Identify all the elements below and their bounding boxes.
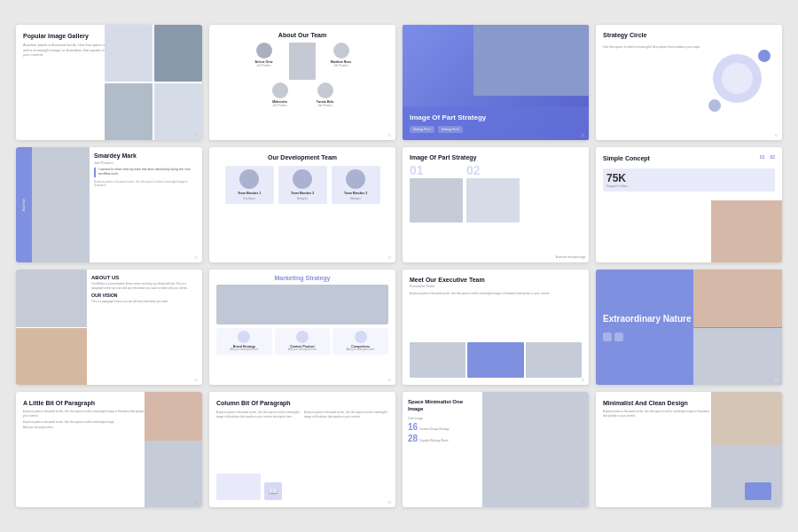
gallery-img-1 [105,25,153,82]
slide-16-body: A picture paints a thousand words. Use t… [603,410,714,418]
avatar-3 [272,82,288,98]
slide-10-photo [216,285,388,325]
slide-13-body3: Add your description here. [23,426,147,430]
strategy-item-2: Strategy Part 2 [438,126,463,133]
dev-member-3: Team Member 3 Manager [332,166,380,204]
slide-16-page: 44 [775,501,778,505]
slide-15-content: Space Minimalist One Image One Image 16 … [403,392,482,507]
circle-dot-2 [708,99,721,112]
slide-9-photos [16,270,87,385]
big-circle [713,54,762,103]
slide-9-photo-1 [16,270,87,327]
slide-12-page: 34 [775,379,778,382]
slide-3-photo [473,25,589,96]
slide-9-page: 31 [195,379,198,382]
strategy-icon-2 [296,331,309,343]
slide-13-photo-top [145,392,202,441]
slide-5-page: 21 [195,256,198,260]
slide-12: Extraordinary Nature 34 [596,270,782,385]
slide-15-stat2-num: 28 [408,434,418,443]
exec-photo-2 [467,342,523,378]
slide-12-icon-1 [603,332,612,341]
slide-1-title: Popular Image Gallery [23,32,112,40]
slide-12-icon-2 [614,332,623,341]
team-member-3: Mahendra Job Position [260,82,300,107]
team-member-2: Matthew Ross Job Position [321,43,361,67]
slide-14-accent [216,473,261,500]
slide-9-content: ABOUT US FundSlides is a presentation th… [87,270,202,385]
slide-3-title: Image Of Part Strategy [410,113,582,122]
slide-4-title: Strategy Circle [603,32,775,38]
slide-9-body: FundSlides is a presentation theme where… [91,282,198,290]
slide-15-stat2: 28 Capable Working Words [408,434,477,443]
strategy-icon-3 [355,331,367,343]
dev-name-3: Team Member 3 [344,192,367,195]
slide-8-steps: 01 02 [760,154,775,160]
strategy-card-text-3: Add your description here [347,348,375,352]
slide-15-one-image: One Image [408,417,477,420]
slide-14: Column Bit Of Paragraph A picture paints… [209,392,395,507]
slide-5: Best Team Smardey Mark Job Position I wa… [16,147,202,262]
slide-14-col2: A picture paints a thousand words. Use t… [304,411,388,419]
slide-13-photos [145,392,202,507]
slide-5-name: Smardey Mark [94,153,198,159]
slide-15: Space Minimalist One Image One Image 16 … [403,392,589,507]
slide-7-img-2 [466,178,520,223]
inner-circle [722,63,753,94]
slide-9-photo-2 [16,328,87,386]
team-role-3: Job Position [272,104,286,107]
dev-text-3: Manager [350,197,361,200]
dev-avatar-2 [293,169,312,189]
slide-6-page: 22 [388,256,391,260]
slide-10-title-accent: Strategy [306,275,331,281]
dev-name-1: Team Member 1 [238,192,261,195]
slide-5-photo [32,147,90,262]
exec-photo-3 [526,342,582,378]
slide-3-items: Strategy Part 1 Strategy Part 2 [410,126,582,133]
slide-7-content: 01 02 [410,164,582,223]
slide-11-photos [410,342,582,378]
slide-5-bar: Best Team [16,147,32,262]
slide-6-team-row: Team Member 1 Developer Team Member 2 De… [225,166,380,204]
slide-5-role: Job Position [94,160,198,165]
slide-14-cols: A picture paints a thousand words. Use t… [216,411,388,419]
slide-10-title-plain: Marketing [274,275,303,281]
slides-grid: Popular Image Gallery A picture paints a… [2,11,796,521]
slide-8-stat-num: 75K [606,172,771,184]
slide-1-page: 11 [195,134,198,137]
slide-16: Minimalist And Clean Design A picture pa… [596,392,782,507]
strategy-card-text-2: Add your description here [288,348,317,352]
slide-2-title: About Our Team [278,32,326,38]
slide-8-photo [711,200,782,262]
slide-16-content: Minimalist And Clean Design A picture pa… [603,399,714,418]
slide-4-page: 14 [775,134,778,137]
gallery-img-4 [154,83,202,140]
slide-8-header: Simple Concept 01 02 [603,154,775,162]
avatar-2 [333,43,349,59]
slide-11-title: Meet Our Executive Team [410,277,582,283]
exec-photo-1 [410,342,466,378]
slide-14-page: 42 [388,501,391,505]
slide-4-desc: Use this space to add a meaningful descr… [603,45,775,50]
slide-14-bottom: 📖 [216,473,388,500]
slide-14-col1: A picture paints a thousand words. Use t… [216,411,301,419]
slide-15-title: Space Minimalist One Image [408,399,477,413]
slide-7-title: Image Of Part Strategy [410,154,582,160]
slide-8-stat-label: Engaged In Ideas [606,184,771,188]
slide-10: Marketing Strategy Brand Strategy Add yo… [209,270,395,385]
avatar-4 [317,82,333,98]
slide-12-photo-1 [693,270,782,327]
slide-12-photo-2 [693,328,782,386]
slide-4-circles [603,54,775,116]
slide-2: About Our Team Arlene Ortiz Job Position… [209,25,395,140]
slide-11-subtitle: Executive Team [410,284,582,288]
slide-10-cards: Brand Strategy Add your description here… [216,328,388,355]
slide-13-body1: A picture paints a thousand words. Use t… [23,410,147,419]
gallery-img-2 [154,25,202,82]
slide-2-bot-row: Mahendra Job Position Tannia Bela Job Po… [260,82,345,107]
slide-8-title: Simple Concept [603,154,650,162]
team-role-4: Job Position [317,104,332,107]
slide-3: Image Of Part Strategy Strategy Part 1 S… [403,25,589,140]
avatar-1 [256,43,272,59]
slide-7-img-1 [410,178,463,223]
